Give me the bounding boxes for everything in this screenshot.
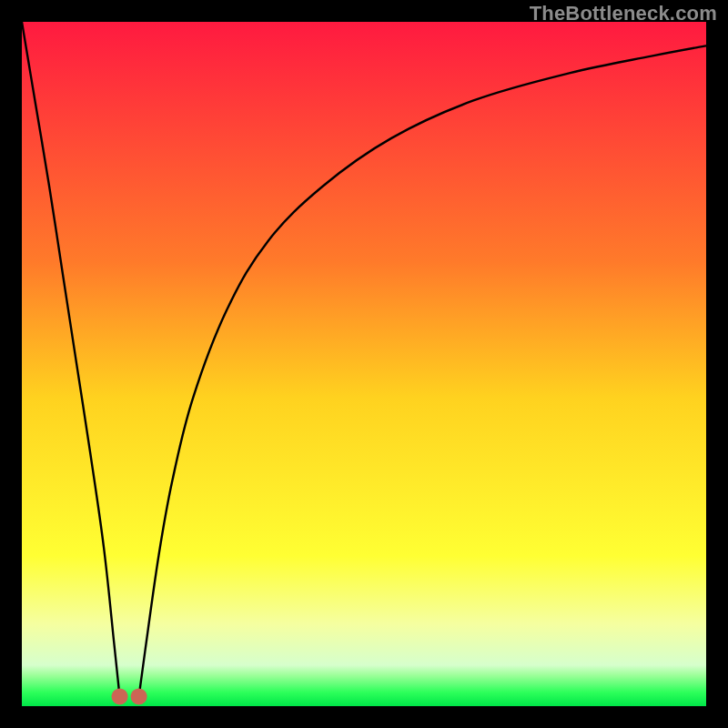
watermark-text: TheBottleneck.com — [530, 2, 717, 25]
chart-frame: TheBottleneck.com — [0, 0, 728, 728]
bottleneck-chart — [0, 0, 728, 728]
svg-point-1 — [131, 688, 147, 704]
svg-point-0 — [112, 688, 128, 704]
plot-gradient-background — [22, 22, 706, 706]
